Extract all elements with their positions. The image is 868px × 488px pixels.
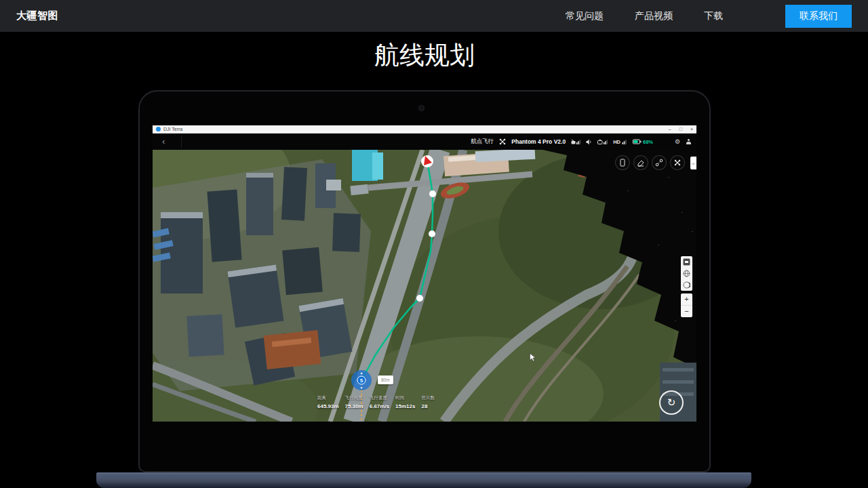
waypoint-distance-label: 80m <box>378 375 393 384</box>
map-viewport[interactable]: « <box>153 150 696 422</box>
route-icon <box>654 158 664 167</box>
site-header: 大疆智图 常见问题 产品视频 下载 联系我们 <box>0 0 868 32</box>
panel-collapse-tab[interactable]: « <box>690 157 696 169</box>
waypoint-dot[interactable] <box>429 190 436 197</box>
rotate-view-button[interactable]: ↻ <box>659 390 684 415</box>
site-logo[interactable]: 大疆智图 <box>16 9 58 22</box>
dji-terra-window: DJI Terra – □ × ‹ 航点飞行 Phantom 4 Pro V2.… <box>153 125 696 422</box>
globe-wire-icon <box>683 270 690 277</box>
rc-signal-icon <box>571 139 580 145</box>
speaker-indicator[interactable] <box>586 139 592 145</box>
flat-map-icon <box>683 258 690 266</box>
hd-signal-indicator[interactable]: HD <box>613 139 627 145</box>
eraser-icon <box>636 158 646 167</box>
waypoint-dot[interactable] <box>429 230 435 237</box>
maximize-button[interactable]: □ <box>679 127 682 131</box>
mission-mode-label: 航点飞行 <box>471 138 494 146</box>
route-tool-button[interactable] <box>652 155 667 170</box>
map-layer-button[interactable] <box>681 256 692 268</box>
map-3d-render <box>153 150 696 422</box>
toolbar-system-group: ⚙ <box>675 134 691 150</box>
lower-altitude-icon[interactable]: ▼ <box>360 386 363 390</box>
laptop-camera-icon <box>418 105 425 111</box>
back-button[interactable]: ‹ <box>162 136 165 146</box>
page: 大疆智图 常见问题 产品视频 下载 联系我们 航线规划 DJI Terra – … <box>0 0 868 488</box>
view-mode-tools <box>681 256 692 291</box>
nav-item-videos[interactable]: 产品视频 <box>635 10 673 22</box>
section-title: 航线规划 <box>0 39 849 73</box>
flight-stats-bar: 距离 645.93m 飞行高度 75.30m 飞行速度 6.67m/s 时间 1… <box>317 395 435 409</box>
map-edit-tools <box>615 155 685 170</box>
window-title: DJI Terra <box>163 127 182 131</box>
hd-label: HD <box>613 139 620 145</box>
battery-indicator[interactable]: 68% <box>633 139 653 145</box>
globe-2d-button[interactable] <box>681 268 692 279</box>
nav-item-faq[interactable]: 常见问题 <box>566 10 604 22</box>
hd-signal-bars-icon <box>622 139 627 145</box>
mouse-cursor-icon <box>530 353 536 362</box>
laptop-base <box>96 472 751 488</box>
minimize-button[interactable]: – <box>669 127 671 131</box>
toolbar-status-group: 航点飞行 Phantom 4 Pro V2.0 <box>471 134 653 150</box>
battery-percent: 68% <box>643 139 653 145</box>
contact-us-button[interactable]: 联系我们 <box>785 5 852 28</box>
user-account-icon[interactable] <box>686 139 691 144</box>
drone-tool-icon <box>673 158 682 167</box>
settings-gear-icon[interactable]: ⚙ <box>675 139 680 145</box>
speaker-icon <box>586 139 592 145</box>
toolbar-divider <box>181 136 182 148</box>
app-logo-icon <box>156 127 161 131</box>
eraser-tool-button[interactable] <box>633 155 648 170</box>
zoom-in-button[interactable]: + <box>681 293 692 305</box>
waypoint-dot[interactable] <box>416 295 423 302</box>
globe-3d-button[interactable] <box>681 279 692 291</box>
device-tool-button[interactable] <box>615 155 630 170</box>
battery-icon <box>633 139 642 144</box>
stat-speed: 飞行速度 6.67m/s <box>370 395 389 409</box>
device-icon <box>618 158 627 167</box>
drone-tool-button[interactable] <box>670 155 685 170</box>
construction-site <box>264 330 321 369</box>
stat-altitude: 飞行高度 75.30m <box>345 395 363 409</box>
nav-item-download[interactable]: 下载 <box>704 10 723 22</box>
zoom-out-button[interactable]: − <box>681 305 692 317</box>
start-waypoint-marker[interactable]: ▲ S ▼ <box>351 370 372 390</box>
stat-photo-count: 照片数 28 <box>421 395 435 409</box>
stat-distance: 距离 645.93m <box>317 395 339 409</box>
rc-signal-indicator[interactable] <box>571 139 580 145</box>
raise-altitude-icon[interactable]: ▲ <box>360 371 363 375</box>
end-waypoint-marker[interactable] <box>421 155 433 167</box>
transmission-signal-icon <box>597 139 608 145</box>
start-badge: S <box>357 376 366 385</box>
drone-model-label: Phantom 4 Pro V2.0 <box>511 138 566 145</box>
app-titlebar: DJI Terra – □ × <box>153 125 696 134</box>
close-button[interactable]: × <box>690 127 693 131</box>
window-controls: – □ × <box>669 127 693 131</box>
app-toolbar: ‹ 航点飞行 Phantom 4 Pro V2.0 <box>153 134 696 150</box>
zoom-tools: + − <box>681 293 692 317</box>
drone-icon <box>499 138 506 145</box>
globe-3d-icon <box>683 281 690 289</box>
main-nav: 常见问题 产品视频 下载 联系我们 <box>566 5 852 28</box>
transmission-signal-indicator[interactable] <box>597 139 608 145</box>
stat-time: 时间 15m12s <box>395 395 415 409</box>
